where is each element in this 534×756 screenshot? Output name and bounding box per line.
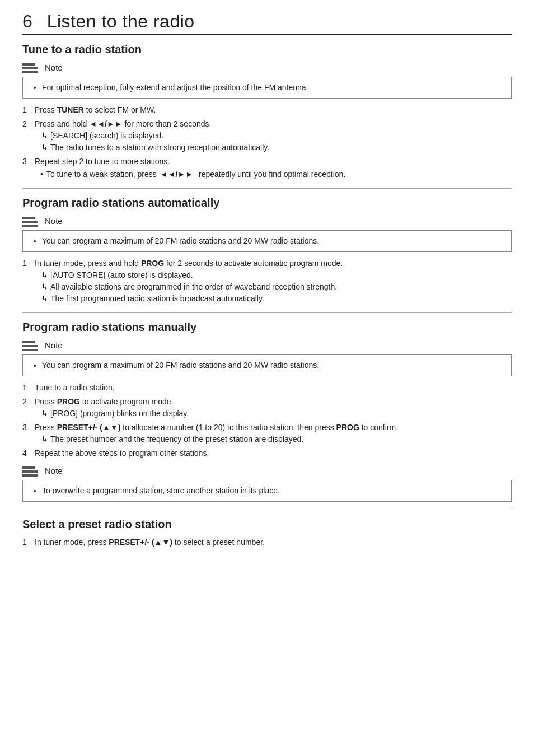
note-icon-auto-line2 [22, 221, 38, 223]
step-content-select-1: In tuner mode, press PRESET+/- (▲▼) to s… [35, 536, 512, 548]
step-content-manual-4: Repeat the above steps to program other … [35, 447, 512, 459]
note-label-manual-2: Note [45, 465, 63, 475]
section-program-manual-heading: Program radio stations manually [22, 321, 512, 334]
note-item-tune-1: For optimal reception, fully extend and … [42, 82, 503, 94]
step-content-manual-3: Press PRESET+/- (▲▼) to allocate a numbe… [35, 422, 512, 445]
arrow-auto-1c: The first programmed radio station is br… [35, 293, 512, 305]
section-program-auto: Program radio stations automatically Not… [22, 197, 512, 305]
step-num-tune-3: 3 [22, 156, 30, 180]
step-num-tune-2: 2 [22, 118, 30, 153]
step-num-manual-4: 4 [22, 447, 30, 459]
step-num-select-1: 1 [22, 536, 30, 548]
step-content-auto-1: In tuner mode, press and hold PROG for 2… [35, 258, 512, 305]
arrow-auto-1a: [AUTO STORE] (auto store) is displayed. [35, 269, 512, 281]
step-num-manual-1: 1 [22, 382, 30, 394]
note-label-auto: Note [45, 215, 63, 226]
step-num-manual-3: 3 [22, 422, 30, 445]
steps-manual: 1 Tune to a radio station. 2 Press PROG … [22, 382, 512, 459]
note-icon-manual-line2 [22, 345, 38, 347]
note-icon-line1 [22, 63, 35, 66]
note-item-manual-2-1: To overwrite a programmed station, store… [42, 485, 503, 497]
arrow-tune-2b: The radio tunes to a station with strong… [35, 142, 512, 153]
note-label-manual: Note [45, 339, 63, 350]
note-box-manual-2: Note [22, 465, 512, 477]
step-num-tune-1: 1 [22, 104, 30, 116]
steps-select: 1 In tuner mode, press PRESET+/- (▲▼) to… [22, 536, 512, 548]
section-program-manual: Program radio stations manually Note You… [22, 321, 512, 502]
note-item-auto-1: You can program a maximum of 20 FM radio… [42, 235, 503, 247]
note-icon-manual2-line1 [22, 466, 35, 469]
note-icon-line2 [22, 67, 38, 69]
step-content-tune-3: Repeat step 2 to tune to more stations. … [35, 156, 512, 180]
note-icon-manual-2 [22, 465, 39, 477]
divider-1 [22, 188, 512, 189]
step-select-1: 1 In tuner mode, press PRESET+/- (▲▼) to… [22, 536, 512, 548]
note-icon-manual-line1 [22, 341, 35, 343]
step-content-manual-2: Press PROG to activate program mode. [PR… [35, 396, 512, 419]
step-manual-4: 4 Repeat the above steps to program othe… [22, 447, 512, 459]
note-content-auto: You can program a maximum of 20 FM radio… [22, 230, 512, 252]
section-tune-heading: Tune to a radio station [22, 43, 512, 56]
step-content-tune-2: Press and hold ◄◄/►► for more than 2 sec… [35, 118, 512, 153]
step-auto-1: 1 In tuner mode, press and hold PROG for… [22, 258, 512, 305]
sub-bullet-tune-3a: To tune to a weak station, press ◄◄/►► r… [35, 169, 512, 180]
title-divider [22, 34, 512, 35]
arrow-auto-1b: All available stations are programmed in… [35, 281, 512, 293]
note-icon-line3 [22, 71, 38, 73]
section-select-preset: Select a preset radio station 1 In tuner… [22, 518, 512, 548]
step-content-tune-1: Press TUNER to select FM or MW. [35, 104, 512, 116]
arrow-tune-2a: [SEARCH] (search) is displayed. [35, 130, 512, 142]
note-content-manual: You can program a maximum of 20 FM radio… [22, 354, 512, 376]
step-tune-3: 3 Repeat step 2 to tune to more stations… [22, 156, 512, 180]
note-icon-auto-line1 [22, 217, 35, 219]
note-icon-manual-line3 [22, 349, 38, 351]
note-icon-tune [22, 62, 39, 73]
note-box-auto: Note [22, 215, 512, 227]
note-content-tune: For optimal reception, fully extend and … [22, 77, 512, 99]
step-tune-1: 1 Press TUNER to select FM or MW. [22, 104, 512, 116]
divider-3 [22, 510, 512, 510]
step-manual-1: 1 Tune to a radio station. [22, 382, 512, 394]
step-manual-2: 2 Press PROG to activate program mode. [… [22, 396, 512, 419]
chapter-title: Listen to the radio [47, 11, 195, 31]
section-select-preset-heading: Select a preset radio station [22, 518, 512, 531]
note-icon-manual [22, 339, 39, 351]
step-manual-3: 3 Press PRESET+/- (▲▼) to allocate a num… [22, 422, 512, 445]
note-icon-manual2-line3 [22, 474, 38, 477]
page-title: 6 Listen to the radio [22, 11, 512, 32]
note-label-tune: Note [45, 62, 63, 72]
section-tune: Tune to a radio station Note For optimal… [22, 43, 512, 180]
step-content-manual-1: Tune to a radio station. [35, 382, 512, 394]
arrow-manual-2a: [PROG] (program) blinks on the display. [35, 408, 512, 419]
note-icon-auto-line3 [22, 225, 38, 227]
step-tune-2: 2 Press and hold ◄◄/►► for more than 2 s… [22, 118, 512, 153]
step-num-auto-1: 1 [22, 258, 30, 305]
steps-auto: 1 In tuner mode, press and hold PROG for… [22, 258, 512, 305]
note-icon-auto [22, 215, 39, 227]
arrow-manual-3a: The preset number and the frequency of t… [35, 433, 512, 445]
divider-2 [22, 312, 512, 313]
note-icon-manual2-line2 [22, 470, 38, 473]
step-num-manual-2: 2 [22, 396, 30, 419]
note-box-manual: Note [22, 339, 512, 351]
steps-tune: 1 Press TUNER to select FM or MW. 2 Pres… [22, 104, 512, 180]
chapter-number: 6 [22, 11, 32, 31]
note-box-tune: Note [22, 62, 512, 73]
section-program-auto-heading: Program radio stations automatically [22, 197, 512, 209]
page-container: 6 Listen to the radio Tune to a radio st… [22, 11, 512, 548]
note-content-manual-2: To overwrite a programmed station, store… [22, 480, 512, 502]
note-item-manual-1: You can program a maximum of 20 FM radio… [42, 360, 503, 371]
